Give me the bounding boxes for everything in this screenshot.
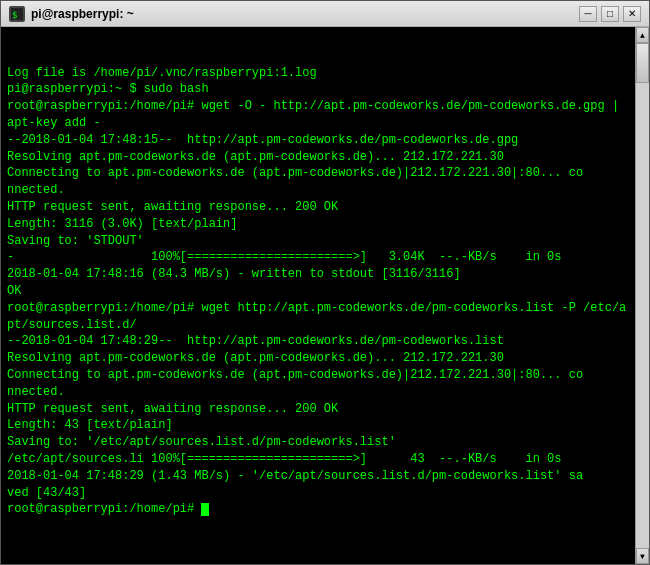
terminal-icon: $ [9,6,25,22]
terminal-line: Length: 3116 (3.0K) [text/plain] [7,216,629,233]
terminal-line: nnected. [7,384,629,401]
scrollbar-thumb[interactable] [636,43,649,83]
close-button[interactable]: ✕ [623,6,641,22]
minimize-button[interactable]: ─ [579,6,597,22]
scrollbar-up-button[interactable]: ▲ [636,27,649,43]
terminal-line: Resolving apt.pm-codeworks.de (apt.pm-co… [7,149,629,166]
terminal-line: Connecting to apt.pm-codeworks.de (apt.p… [7,165,629,182]
terminal-output[interactable]: Log file is /home/pi/.vnc/raspberrypi:1.… [1,27,635,564]
terminal-line: OK [7,283,629,300]
terminal-line: Log file is /home/pi/.vnc/raspberrypi:1.… [7,65,629,82]
terminal-line: Saving to: '/etc/apt/sources.list.d/pm-c… [7,434,629,451]
title-bar-left: $ pi@raspberrypi: ~ [9,6,134,22]
terminal-cursor [201,503,209,516]
terminal-line: Length: 43 [text/plain] [7,417,629,434]
terminal-line: - 100%[=======================>] 3.04K -… [7,249,629,266]
scrollbar-track[interactable] [636,43,649,548]
terminal-line: root@raspberrypi:/home/pi# [7,501,629,518]
terminal-line: root@raspberrypi:/home/pi# wget http://a… [7,300,629,334]
window-controls: ─ □ ✕ [579,6,641,22]
terminal-line: --2018-01-04 17:48:15-- http://apt.pm-co… [7,132,629,149]
title-bar: $ pi@raspberrypi: ~ ─ □ ✕ [1,1,649,27]
terminal-container: Log file is /home/pi/.vnc/raspberrypi:1.… [1,27,649,564]
maximize-button[interactable]: □ [601,6,619,22]
terminal-line: 2018-01-04 17:48:29 (1.43 MB/s) - '/etc/… [7,468,629,485]
terminal-line: root@raspberrypi:/home/pi# wget -O - htt… [7,98,629,132]
terminal-window: $ pi@raspberrypi: ~ ─ □ ✕ Log file is /h… [0,0,650,565]
terminal-line: 2018-01-04 17:48:16 (84.3 MB/s) - writte… [7,266,629,283]
terminal-line: ved [43/43] [7,485,629,502]
terminal-line: nnected. [7,182,629,199]
terminal-line: HTTP request sent, awaiting response... … [7,401,629,418]
terminal-line: pi@raspberrypi:~ $ sudo bash [7,81,629,98]
terminal-line: Resolving apt.pm-codeworks.de (apt.pm-co… [7,350,629,367]
terminal-line: Saving to: 'STDOUT' [7,233,629,250]
terminal-line: --2018-01-04 17:48:29-- http://apt.pm-co… [7,333,629,350]
terminal-line: HTTP request sent, awaiting response... … [7,199,629,216]
terminal-line: /etc/apt/sources.li 100%[===============… [7,451,629,468]
scrollbar-down-button[interactable]: ▼ [636,548,649,564]
scrollbar[interactable]: ▲ ▼ [635,27,649,564]
svg-text:$: $ [12,10,17,20]
terminal-line: Connecting to apt.pm-codeworks.de (apt.p… [7,367,629,384]
window-title: pi@raspberrypi: ~ [31,7,134,21]
